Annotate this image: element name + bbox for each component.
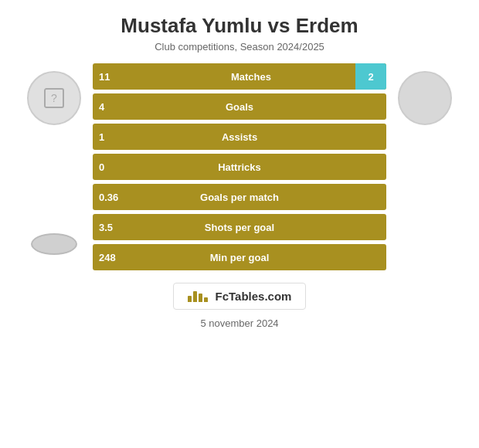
stat-value-left: 0 — [99, 161, 122, 173]
stat-value-left: 1 — [99, 131, 122, 143]
logo-area: FcTables.com — [173, 283, 307, 310]
stat-row: 3.5Shots per goal — [93, 214, 386, 240]
stat-label: Assists — [122, 131, 357, 143]
stat-highlight: 2 — [355, 63, 386, 90]
player-right — [386, 71, 464, 134]
stat-label: Matches — [122, 71, 380, 83]
stat-value-left: 0.36 — [99, 192, 122, 203]
stat-value-left: 248 — [99, 252, 122, 263]
svg-text:?: ? — [51, 92, 57, 104]
stat-row: 11Matches2 — [93, 63, 386, 90]
footer-date: 5 november 2024 — [200, 317, 278, 329]
player-left: ? — [15, 71, 93, 255]
stat-row: 0.36Goals per match — [93, 184, 386, 210]
stat-value-left: 4 — [99, 101, 122, 113]
comparison-area: ? 11Matches24Goals1Assists0Hattricks0.36… — [15, 63, 464, 270]
page-subtitle: Club competitions, Season 2024/2025 — [155, 41, 324, 53]
avatar-right — [398, 71, 452, 125]
stat-label: Shots per goal — [122, 222, 357, 233]
stat-row: 0Hattricks — [93, 154, 386, 180]
stat-row: 248Min per goal — [93, 244, 386, 270]
logo-icon — [188, 291, 208, 302]
stat-label: Min per goal — [122, 252, 357, 263]
stat-value-left: 11 — [99, 71, 122, 83]
page-title: Mustafa Yumlu vs Erdem — [121, 14, 358, 38]
stats-area: 11Matches24Goals1Assists0Hattricks0.36Go… — [93, 63, 386, 270]
avatar-left: ? — [27, 71, 81, 125]
stat-row: 4Goals — [93, 93, 386, 120]
logo-text: FcTables.com — [216, 290, 292, 303]
stat-label: Goals per match — [122, 192, 357, 203]
stat-row: 1Assists — [93, 124, 386, 150]
stat-value-left: 3.5 — [99, 222, 122, 233]
avatar-left-small — [31, 233, 77, 255]
stat-label: Goals — [122, 101, 357, 113]
stat-label: Hattricks — [122, 161, 357, 173]
